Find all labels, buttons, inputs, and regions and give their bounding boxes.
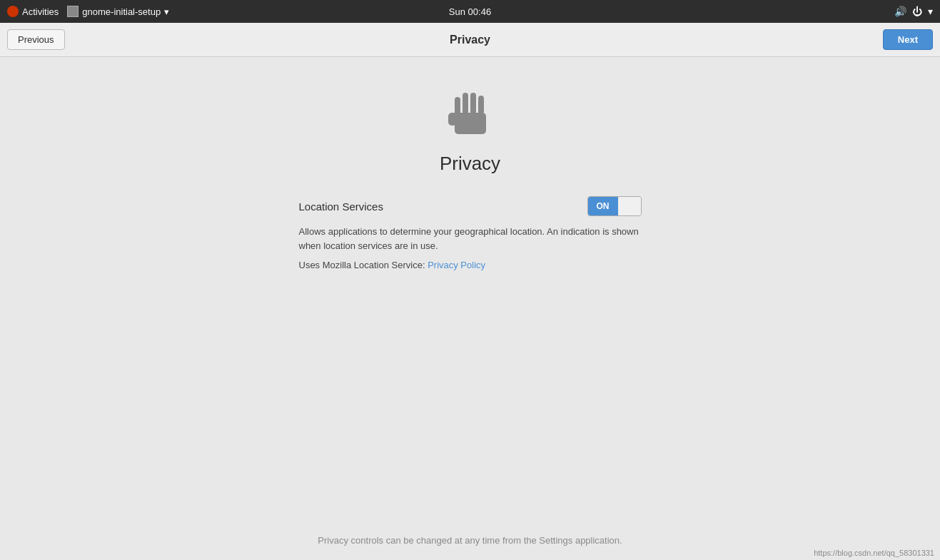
svg-rect-4	[478, 96, 484, 114]
svg-rect-3	[470, 93, 476, 114]
svg-rect-5	[448, 113, 457, 126]
location-toggle[interactable]: ON	[587, 196, 642, 216]
policy-text: Uses Mozilla Location Service: Privacy P…	[299, 260, 642, 270]
toggle-off-button[interactable]	[618, 197, 641, 215]
privacy-icon	[442, 86, 499, 143]
header-title: Privacy	[450, 34, 490, 46]
location-services-label: Location Services	[299, 200, 383, 213]
svg-rect-2	[463, 93, 468, 114]
volume-icon[interactable]: 🔊	[894, 6, 906, 17]
topbar-left: Activities gnome-initial-setup ▾	[7, 6, 169, 17]
page-title: Privacy	[440, 153, 500, 175]
toggle-on-button[interactable]: ON	[588, 197, 618, 215]
system-dropdown-icon[interactable]: ▾	[928, 6, 933, 17]
description-text: Allows applications to determine your ge…	[299, 225, 642, 253]
main-content: Privacy Location Services ON Allows appl…	[0, 57, 940, 560]
power-icon[interactable]: ⏻	[912, 6, 922, 17]
location-services-row: Location Services ON	[299, 196, 642, 216]
headerbar: Previous Privacy Next	[0, 23, 940, 57]
footer-text: Privacy controls can be changed at any t…	[318, 535, 622, 546]
policy-prefix: Uses Mozilla Location Service:	[299, 260, 428, 270]
app-button[interactable]: gnome-initial-setup ▾	[67, 6, 169, 17]
next-button[interactable]: Next	[883, 29, 933, 50]
privacy-policy-link[interactable]: Privacy Policy	[428, 260, 485, 270]
activities-label: Activities	[22, 6, 59, 17]
activities-button[interactable]: Activities	[7, 6, 59, 17]
topbar: Activities gnome-initial-setup ▾ Sun 00:…	[0, 0, 940, 23]
app-label: gnome-initial-setup	[82, 6, 161, 17]
activities-icon	[7, 6, 19, 17]
url-hint: https://blog.csdn.net/qq_58301331	[814, 549, 934, 557]
app-icon	[67, 6, 79, 17]
app-dropdown-icon: ▾	[164, 6, 169, 17]
content-area: Location Services ON Allows applications…	[299, 196, 642, 270]
previous-button[interactable]: Previous	[7, 29, 65, 50]
topbar-right: 🔊 ⏻ ▾	[894, 6, 933, 17]
clock: Sun 00:46	[449, 6, 491, 17]
